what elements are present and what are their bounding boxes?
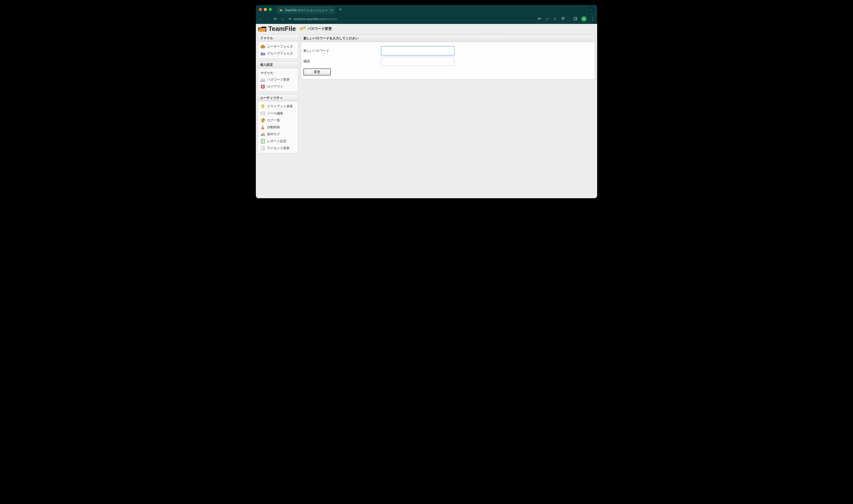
input-new-password[interactable] [381,46,455,55]
svg-rect-10 [262,45,264,46]
divider [569,17,569,21]
app-logo[interactable]: TeamFile [258,25,296,33]
tabs-dropdown-icon[interactable]: ⌄ [588,6,594,13]
svg-point-2 [290,18,291,19]
sidebar-item-label: クライアント更新 [267,104,293,109]
sidebar-item-client-update[interactable]: クライアント更新 [259,103,297,110]
favicon-icon [279,8,283,12]
sidebar-item-operation-log[interactable]: 操作ログ [259,131,297,138]
sidebar-item-report-settings[interactable]: レポート設定 [259,138,297,145]
tab-title: TeamFile ロケーションメニュー [285,8,327,13]
folder-logo-icon [258,25,267,33]
toolbar-right: ☆ m ⋮ [537,16,595,22]
sidebar-item-log-list[interactable]: ログ一覧 [259,117,297,124]
page-title-bar: パスワード変更 [299,25,332,32]
app-viewport: TeamFile パスワード変更 ファイル [256,24,597,198]
sidebar-item-auto-delete[interactable]: 自動削除 [259,124,297,131]
page-title: パスワード変更 [307,26,332,31]
panel-title-file: ファイル [258,35,298,41]
tab-close-icon[interactable]: × [331,8,333,12]
form-row-new-password: 新しいパスワード [303,46,592,56]
svg-rect-20 [261,81,265,82]
svg-point-17 [262,80,262,80]
mail-icon [260,111,266,116]
share-folder-icon [260,51,266,56]
submit-button[interactable]: 変更 [303,69,331,75]
url-host: testdrive.teamfile.com [294,17,325,21]
sidebar-panel-file: ファイル ユーザーフォルダ グループフォルダ [258,35,298,59]
sidebar-item-label: ライセンス更新 [267,146,290,150]
site-settings-icon[interactable] [288,17,292,21]
key-icon[interactable] [537,16,542,22]
back-icon[interactable]: ← [258,17,262,21]
sidebar-item-label: 操作ログ [267,132,280,137]
browser-window: TeamFile ロケーションメニュー × + ⌄ ← → ⟳ ⌂ testdr… [256,5,597,198]
new-tab-icon[interactable]: + [339,7,342,12]
minimize-window-icon[interactable] [264,8,267,11]
sidebar-item-label: メール編集 [267,111,283,115]
sidebar-panel-utility: ユーティリティ クライアント更新 メール編集 [258,94,298,154]
sidebar-item-label: 自動削除 [267,125,280,129]
traffic-lights [259,8,272,11]
home-icon[interactable]: ⌂ [281,17,285,21]
svg-rect-27 [262,133,263,136]
sidebar-item-group-folder[interactable]: グループフォルダ [259,50,297,57]
sidebar-item-label: ユーザーフォルダ [267,44,293,49]
bell-icon [260,104,266,109]
sidebar-item-mail-edit[interactable]: メール編集 [259,110,297,117]
briefcase-icon [260,44,266,49]
browser-toolbar: ← → ⟳ ⌂ testdrive.teamfile.com/teamfile … [256,14,597,24]
sidebar-item-user-folder[interactable]: ユーザーフォルダ [259,43,297,50]
svg-point-7 [301,28,302,29]
maximize-window-icon[interactable] [269,8,272,11]
reload-icon[interactable]: ⟳ [273,17,277,21]
sidebar-item-label: ログアウト [267,85,283,89]
input-confirm[interactable] [381,57,455,66]
svg-rect-5 [575,17,577,20]
forward-icon[interactable]: → [266,17,270,21]
piechart-icon [260,118,266,123]
browser-tab[interactable]: TeamFile ロケーションメニュー × [277,6,335,14]
close-window-icon[interactable] [259,8,262,11]
svg-point-3 [538,18,539,19]
sidebar-item-password[interactable]: パスワード変更 [259,76,297,83]
label-new-password: 新しいパスワード [303,49,381,53]
sidebar-item-logout[interactable]: ログアウト [259,83,297,90]
svg-rect-28 [264,133,265,136]
password-form-panel: 新しいパスワードを入力してください 新しいパスワード 確認 変更 [301,35,595,80]
svg-rect-25 [262,125,263,127]
sidebar-item-label: パスワード変更 [267,77,290,82]
sidebar: ファイル ユーザーフォルダ グループフォルダ [258,35,298,154]
password-icon [260,77,266,83]
address-bar[interactable]: testdrive.teamfile.com/teamfile [288,17,534,21]
form-row-confirm: 確認 [303,56,592,67]
sidepanel-icon[interactable] [573,17,577,21]
cleanup-icon [260,125,266,130]
app-body: ファイル ユーザーフォルダ グループフォルダ [256,33,597,156]
main-content: 新しいパスワードを入力してください 新しいパスワード 確認 変更 [301,35,595,80]
menu-icon[interactable]: ⋮ [591,17,595,21]
svg-point-19 [263,80,264,80]
svg-point-22 [262,108,263,109]
app-header: TeamFile パスワード変更 [256,24,597,33]
titlebar: TeamFile ロケーションメニュー × + ⌄ [256,5,597,14]
sidebar-panel-personal: 個人設定 やすかわ パスワード変更 [258,61,298,92]
panel-title-utility: ユーティリティ [258,95,298,101]
sidebar-item-label: グループフォルダ [267,51,293,56]
sidebar-item-label: レポート設定 [267,139,286,143]
panel-title-personal: 個人設定 [258,61,298,68]
label-confirm: 確認 [303,59,381,64]
logout-icon [260,84,266,89]
svg-rect-26 [261,134,262,136]
svg-rect-11 [263,47,263,47]
install-icon[interactable] [553,17,557,21]
profile-avatar[interactable]: m [581,16,587,22]
url-path: /teamfile [325,17,337,21]
bookmark-icon[interactable]: ☆ [546,17,549,21]
sidebar-item-license-update[interactable]: ライセンス更新 [259,145,297,152]
logo-text: TeamFile [268,25,296,33]
key-title-icon [299,25,306,32]
extensions-icon[interactable] [561,17,565,21]
license-icon [260,145,266,151]
sidebar-item-label: ログ一覧 [267,118,280,123]
